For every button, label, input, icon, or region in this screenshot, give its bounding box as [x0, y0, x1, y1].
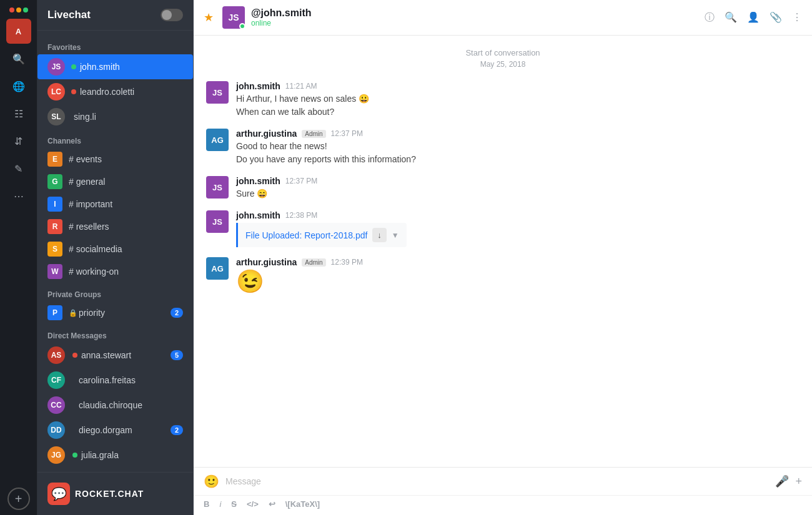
msg1-text2: When can we talk about? — [236, 105, 800, 119]
important-channel-icon: I — [47, 197, 62, 212]
message-2: AG arthur.giustina Admin 12:37 PM Good t… — [206, 129, 800, 166]
msg3-text: Sure 😄 — [236, 187, 800, 200]
add-message-button[interactable]: + — [795, 475, 802, 488]
sidebar-item-resellers[interactable]: R # resellers — [37, 215, 193, 238]
msg5-avatar: AG — [206, 257, 229, 280]
private-groups-section-title: Private Groups — [37, 283, 193, 302]
direct-messages-section-title: Direct Messages — [37, 324, 193, 343]
info-icon[interactable]: ⓘ — [705, 11, 715, 24]
msg5-time: 12:39 PM — [331, 258, 363, 267]
sidebar-item-socialmedia[interactable]: S # socialmedia — [37, 238, 193, 260]
search-messages-icon[interactable]: 🔍 — [725, 11, 737, 24]
msg5-header: arthur.giustina Admin 12:39 PM — [236, 257, 800, 267]
emoji-picker-button[interactable]: 🙂 — [204, 474, 219, 489]
sidebar-item-important[interactable]: I # important — [37, 193, 193, 215]
sidebar-content: Favorites JS john.smith LC leandro.colet… — [37, 31, 193, 472]
sidebar-item-events[interactable]: E # events — [37, 148, 193, 170]
sidebar-item-anna-stewart[interactable]: AS anna.stewart 5 — [37, 343, 193, 368]
events-channel-icon: E — [47, 152, 62, 167]
attach-icon[interactable]: 📎 — [770, 11, 782, 24]
file-name-label: File Uploaded: Report-2018.pdf — [245, 230, 367, 240]
leandro-coletti-status-dot — [71, 89, 76, 94]
claudia-chiroque-label: claudia.chiroque — [79, 400, 183, 410]
message-input[interactable] — [225, 476, 769, 486]
diego-dorgam-label: diego.dorgam — [79, 425, 171, 435]
format-bar: B i S </> ↩ \[KaTeX\] — [194, 495, 812, 515]
sidebar-item-priority[interactable]: P 🔒 priority 2 — [37, 302, 193, 324]
sidebar-item-julia-grala[interactable]: JG julia.grala — [37, 443, 193, 468]
events-label: # events — [69, 154, 183, 164]
sidebar-item-working-on[interactable]: W # working-on — [37, 260, 193, 283]
katex-format-button[interactable]: \[KaTeX\] — [285, 499, 320, 509]
italic-format-button[interactable]: i — [219, 499, 221, 509]
msg1-text: Hi Arthur, I have news on sales 😀 — [236, 92, 800, 105]
msg3-time: 12:37 PM — [285, 177, 317, 185]
messages-container: Start of conversation May 25, 2018 JS jo… — [194, 36, 812, 467]
star-icon[interactable]: ★ — [204, 11, 214, 24]
strikethrough-format-button[interactable]: S — [231, 499, 237, 509]
compose-icon[interactable]: ✎ — [6, 156, 31, 181]
sort-icon[interactable]: ⇵ — [6, 129, 31, 154]
sidebar-item-leandro-coletti[interactable]: LC leandro.coletti — [37, 79, 193, 104]
sing-li-label: sing.li — [74, 112, 183, 122]
anna-stewart-label: anna.stewart — [81, 350, 171, 360]
sidebar-item-diego-dorgam[interactable]: DD diego.dorgam 2 — [37, 418, 193, 443]
working-on-channel-icon: W — [47, 264, 62, 279]
microphone-icon[interactable]: 🎤 — [775, 474, 789, 488]
icon-sidebar: A 🔍 🌐 ☷ ⇵ ✎ ⋯ + — [0, 0, 37, 515]
bold-format-button[interactable]: B — [204, 499, 209, 509]
sidebar-item-general[interactable]: G # general — [37, 170, 193, 193]
sidebar-item-sing-li[interactable]: SL sing.li — [37, 104, 193, 129]
favorites-section-title: Favorites — [37, 36, 193, 54]
msg3-content: john.smith 12:37 PM Sure 😄 — [236, 176, 800, 200]
msg5-emoji: 😉 — [236, 268, 800, 295]
msg2-header: arthur.giustina Admin 12:37 PM — [236, 129, 800, 139]
msg3-header: john.smith 12:37 PM — [236, 176, 800, 186]
anna-stewart-badge: 5 — [171, 350, 183, 360]
msg1-content: john.smith 11:21 AM Hi Arthur, I have ne… — [236, 81, 800, 119]
sidebar-item-john-smith[interactable]: JS john.smith — [37, 54, 193, 79]
sidebar-item-claudia-chiroque[interactable]: CC claudia.chiroque — [37, 393, 193, 418]
resellers-channel-icon: R — [47, 219, 62, 234]
user-avatar-icon[interactable]: A — [6, 19, 31, 44]
globe-icon[interactable]: 🌐 — [6, 74, 31, 99]
code-format-button[interactable]: </> — [247, 499, 259, 509]
layout-icon[interactable]: ☷ — [6, 101, 31, 126]
sidebar-item-carolina-freitas[interactable]: CF carolina.freitas — [37, 368, 193, 393]
carolina-freitas-label: carolina.freitas — [79, 375, 183, 385]
conversation-start-label: Start of conversation — [206, 48, 800, 57]
window-maximize-dot[interactable] — [23, 7, 28, 12]
search-icon[interactable]: 🔍 — [6, 46, 31, 71]
file-dropdown-arrow[interactable]: ▼ — [392, 231, 399, 240]
header-user-info: @john.smith online — [251, 7, 698, 27]
julia-grala-status-dot — [72, 453, 77, 458]
kebab-menu-icon[interactable]: ⋮ — [792, 11, 802, 24]
msg1-author: john.smith — [236, 81, 280, 91]
msg5-content: arthur.giustina Admin 12:39 PM 😉 — [236, 257, 800, 295]
file-upload-attachment: File Uploaded: Report-2018.pdf ↓ ▼ — [236, 223, 407, 247]
window-minimize-dot[interactable] — [16, 7, 21, 12]
julia-grala-label: julia.grala — [81, 450, 183, 460]
socialmedia-channel-icon: S — [47, 242, 62, 257]
sidebar-title: Livechat — [47, 9, 91, 21]
message-input-row: 🙂 🎤 + — [194, 468, 812, 495]
working-on-label: # working-on — [69, 267, 183, 277]
claudia-chiroque-avatar: CC — [47, 396, 65, 414]
message-4: JS john.smith 12:38 PM File Uploaded: Re… — [206, 210, 800, 247]
rocket-chat-icon: 💬 — [47, 483, 70, 505]
message-input-area: 🙂 🎤 + B i S </> ↩ \[KaTeX\] — [194, 467, 812, 515]
quote-format-button[interactable]: ↩ — [269, 499, 275, 509]
livechat-toggle[interactable] — [161, 9, 183, 21]
more-icon[interactable]: ⋯ — [6, 184, 31, 208]
window-close-dot[interactable] — [9, 7, 14, 12]
add-button[interactable]: + — [7, 488, 30, 510]
msg5-author: arthur.giustina — [236, 257, 297, 267]
msg2-author: arthur.giustina — [236, 129, 297, 139]
members-icon[interactable]: 👤 — [747, 11, 760, 24]
msg2-text2: Do you have any reports with this inform… — [236, 153, 800, 166]
msg4-avatar: JS — [206, 210, 229, 233]
main-chat-area: ★ JS @john.smith online ⓘ 🔍 👤 📎 ⋮ Start … — [194, 0, 812, 515]
download-button[interactable]: ↓ — [372, 228, 387, 242]
sidebar-header: Livechat — [37, 0, 193, 31]
msg1-avatar: JS — [206, 81, 229, 104]
